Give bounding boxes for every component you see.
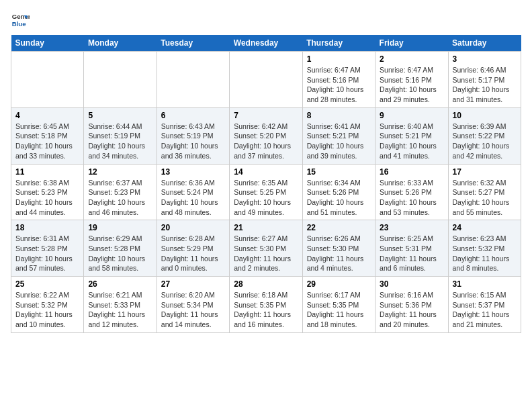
day-cell: 31Sunrise: 6:15 AM Sunset: 5:37 PM Dayli… <box>448 277 521 333</box>
day-info: Sunrise: 6:46 AM Sunset: 5:17 PM Dayligh… <box>453 65 517 105</box>
day-info: Sunrise: 6:31 AM Sunset: 5:28 PM Dayligh… <box>15 234 79 273</box>
day-cell: 20Sunrise: 6:28 AM Sunset: 5:29 PM Dayli… <box>157 220 229 277</box>
day-info: Sunrise: 6:18 AM Sunset: 5:35 PM Dayligh… <box>234 290 298 330</box>
day-info: Sunrise: 6:23 AM Sunset: 5:32 PM Dayligh… <box>453 234 517 273</box>
day-number: 15 <box>307 167 371 177</box>
day-cell: 22Sunrise: 6:26 AM Sunset: 5:30 PM Dayli… <box>302 220 375 277</box>
day-info: Sunrise: 6:33 AM Sunset: 5:26 PM Dayligh… <box>380 178 443 218</box>
day-cell: 17Sunrise: 6:32 AM Sunset: 5:27 PM Dayli… <box>448 164 521 220</box>
day-number: 23 <box>380 223 443 232</box>
day-number: 30 <box>380 279 443 289</box>
day-number: 11 <box>15 167 79 177</box>
day-cell: 14Sunrise: 6:35 AM Sunset: 5:25 PM Dayli… <box>230 164 302 220</box>
day-number: 20 <box>161 223 225 232</box>
day-info: Sunrise: 6:26 AM Sunset: 5:30 PM Dayligh… <box>307 234 371 273</box>
day-number: 3 <box>453 54 517 64</box>
day-number: 13 <box>161 167 225 177</box>
day-cell <box>11 52 84 108</box>
day-info: Sunrise: 6:16 AM Sunset: 5:36 PM Dayligh… <box>380 290 443 330</box>
day-cell: 11Sunrise: 6:38 AM Sunset: 5:23 PM Dayli… <box>11 164 84 220</box>
day-number: 21 <box>234 223 298 232</box>
logo-icon: General Blue <box>11 11 30 30</box>
day-info: Sunrise: 6:44 AM Sunset: 5:19 PM Dayligh… <box>88 122 152 161</box>
day-info: Sunrise: 6:34 AM Sunset: 5:26 PM Dayligh… <box>307 178 371 218</box>
day-number: 24 <box>453 223 517 232</box>
day-info: Sunrise: 6:20 AM Sunset: 5:34 PM Dayligh… <box>161 290 225 330</box>
day-info: Sunrise: 6:37 AM Sunset: 5:23 PM Dayligh… <box>88 178 152 218</box>
week-row-3: 11Sunrise: 6:38 AM Sunset: 5:23 PM Dayli… <box>11 164 521 220</box>
day-cell: 21Sunrise: 6:27 AM Sunset: 5:30 PM Dayli… <box>230 220 302 277</box>
day-info: Sunrise: 6:47 AM Sunset: 5:16 PM Dayligh… <box>380 65 443 105</box>
day-number: 18 <box>15 223 79 232</box>
day-cell: 8Sunrise: 6:41 AM Sunset: 5:21 PM Daylig… <box>302 107 375 164</box>
day-info: Sunrise: 6:40 AM Sunset: 5:21 PM Dayligh… <box>380 122 443 161</box>
header: General Blue <box>11 11 521 30</box>
day-number: 12 <box>88 167 152 177</box>
day-number: 4 <box>15 111 79 120</box>
day-cell: 25Sunrise: 6:22 AM Sunset: 5:32 PM Dayli… <box>11 277 84 333</box>
day-info: Sunrise: 6:21 AM Sunset: 5:33 PM Dayligh… <box>88 290 152 330</box>
day-info: Sunrise: 6:27 AM Sunset: 5:30 PM Dayligh… <box>234 234 298 273</box>
day-number: 31 <box>453 279 517 289</box>
day-info: Sunrise: 6:41 AM Sunset: 5:21 PM Dayligh… <box>307 122 371 161</box>
day-info: Sunrise: 6:29 AM Sunset: 5:28 PM Dayligh… <box>88 234 152 273</box>
day-cell: 29Sunrise: 6:17 AM Sunset: 5:35 PM Dayli… <box>302 277 375 333</box>
header-cell-monday: Monday <box>84 35 157 52</box>
day-cell: 27Sunrise: 6:20 AM Sunset: 5:34 PM Dayli… <box>157 277 229 333</box>
day-info: Sunrise: 6:43 AM Sunset: 5:19 PM Dayligh… <box>161 122 225 161</box>
day-number: 16 <box>380 167 443 177</box>
header-cell-thursday: Thursday <box>302 35 375 52</box>
day-cell <box>157 52 229 108</box>
header-cell-friday: Friday <box>375 35 448 52</box>
day-info: Sunrise: 6:36 AM Sunset: 5:24 PM Dayligh… <box>161 178 225 218</box>
day-info: Sunrise: 6:45 AM Sunset: 5:18 PM Dayligh… <box>15 122 79 161</box>
day-info: Sunrise: 6:38 AM Sunset: 5:23 PM Dayligh… <box>15 178 79 218</box>
day-cell: 10Sunrise: 6:39 AM Sunset: 5:22 PM Dayli… <box>448 107 521 164</box>
day-cell: 30Sunrise: 6:16 AM Sunset: 5:36 PM Dayli… <box>375 277 448 333</box>
header-cell-tuesday: Tuesday <box>157 35 229 52</box>
day-number: 28 <box>234 279 298 289</box>
day-info: Sunrise: 6:42 AM Sunset: 5:20 PM Dayligh… <box>234 122 298 161</box>
day-cell: 18Sunrise: 6:31 AM Sunset: 5:28 PM Dayli… <box>11 220 84 277</box>
day-number: 2 <box>380 54 443 64</box>
header-cell-sunday: Sunday <box>11 35 84 52</box>
day-cell: 28Sunrise: 6:18 AM Sunset: 5:35 PM Dayli… <box>230 277 302 333</box>
header-cell-wednesday: Wednesday <box>230 35 302 52</box>
week-row-2: 4Sunrise: 6:45 AM Sunset: 5:18 PM Daylig… <box>11 107 521 164</box>
day-number: 19 <box>88 223 152 232</box>
header-row: SundayMondayTuesdayWednesdayThursdayFrid… <box>11 35 521 52</box>
day-cell: 4Sunrise: 6:45 AM Sunset: 5:18 PM Daylig… <box>11 107 84 164</box>
day-cell: 23Sunrise: 6:25 AM Sunset: 5:31 PM Dayli… <box>375 220 448 277</box>
header-cell-saturday: Saturday <box>448 35 521 52</box>
day-cell: 24Sunrise: 6:23 AM Sunset: 5:32 PM Dayli… <box>448 220 521 277</box>
day-cell: 7Sunrise: 6:42 AM Sunset: 5:20 PM Daylig… <box>230 107 302 164</box>
day-cell: 6Sunrise: 6:43 AM Sunset: 5:19 PM Daylig… <box>157 107 229 164</box>
day-cell <box>84 52 157 108</box>
day-cell: 15Sunrise: 6:34 AM Sunset: 5:26 PM Dayli… <box>302 164 375 220</box>
logo: General Blue <box>11 11 30 30</box>
day-cell: 9Sunrise: 6:40 AM Sunset: 5:21 PM Daylig… <box>375 107 448 164</box>
day-cell: 2Sunrise: 6:47 AM Sunset: 5:16 PM Daylig… <box>375 52 448 108</box>
day-number: 9 <box>380 111 443 120</box>
day-info: Sunrise: 6:25 AM Sunset: 5:31 PM Dayligh… <box>380 234 443 273</box>
day-number: 17 <box>453 167 517 177</box>
week-row-5: 25Sunrise: 6:22 AM Sunset: 5:32 PM Dayli… <box>11 277 521 333</box>
week-row-4: 18Sunrise: 6:31 AM Sunset: 5:28 PM Dayli… <box>11 220 521 277</box>
day-cell: 1Sunrise: 6:47 AM Sunset: 5:16 PM Daylig… <box>302 52 375 108</box>
day-number: 14 <box>234 167 298 177</box>
day-info: Sunrise: 6:17 AM Sunset: 5:35 PM Dayligh… <box>307 290 371 330</box>
day-number: 22 <box>307 223 371 232</box>
day-info: Sunrise: 6:47 AM Sunset: 5:16 PM Dayligh… <box>307 65 371 105</box>
day-info: Sunrise: 6:32 AM Sunset: 5:27 PM Dayligh… <box>453 178 517 218</box>
day-number: 6 <box>161 111 225 120</box>
day-number: 27 <box>161 279 225 289</box>
day-info: Sunrise: 6:15 AM Sunset: 5:37 PM Dayligh… <box>453 290 517 330</box>
day-cell: 16Sunrise: 6:33 AM Sunset: 5:26 PM Dayli… <box>375 164 448 220</box>
day-cell: 3Sunrise: 6:46 AM Sunset: 5:17 PM Daylig… <box>448 52 521 108</box>
day-number: 26 <box>88 279 152 289</box>
svg-text:Blue: Blue <box>12 20 26 28</box>
week-row-1: 1Sunrise: 6:47 AM Sunset: 5:16 PM Daylig… <box>11 52 521 108</box>
day-number: 7 <box>234 111 298 120</box>
day-info: Sunrise: 6:35 AM Sunset: 5:25 PM Dayligh… <box>234 178 298 218</box>
day-info: Sunrise: 6:39 AM Sunset: 5:22 PM Dayligh… <box>453 122 517 161</box>
